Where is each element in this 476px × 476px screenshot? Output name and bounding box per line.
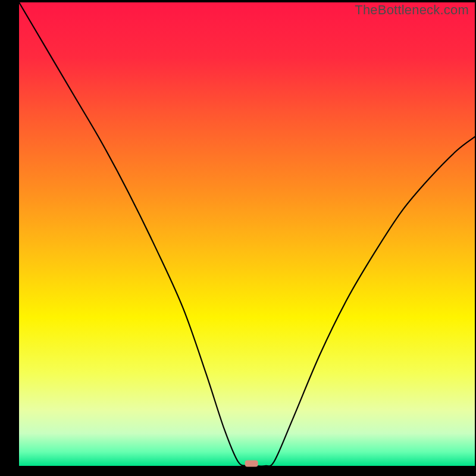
chart-svg (0, 0, 476, 476)
plot-background (19, 2, 475, 466)
watermark-text: TheBottleneck.com (355, 2, 469, 18)
chart-canvas: TheBottleneck.com (0, 0, 476, 476)
optimum-marker (245, 461, 258, 467)
